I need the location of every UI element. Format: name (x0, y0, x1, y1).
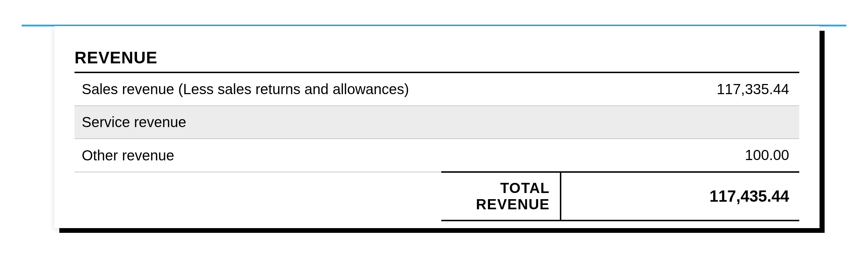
row-label: Service revenue (75, 106, 441, 139)
total-value: 117,435.44 (561, 172, 799, 221)
section-title: REVENUE (75, 48, 799, 67)
row-mid (441, 106, 561, 139)
row-mid (441, 73, 561, 106)
row-label: Sales revenue (Less sales returns and al… (75, 73, 441, 106)
table-row: Sales revenue (Less sales returns and al… (75, 73, 799, 106)
total-empty-cell (75, 172, 441, 221)
row-mid (441, 139, 561, 172)
row-value: 117,335.44 (561, 73, 799, 106)
total-label: TOTAL REVENUE (441, 172, 561, 221)
table-row: Other revenue 100.00 (75, 139, 799, 172)
revenue-panel: REVENUE Sales revenue (Less sales return… (54, 26, 820, 228)
row-value: 100.00 (561, 139, 799, 172)
total-row: TOTAL REVENUE 117,435.44 (75, 172, 799, 221)
row-label: Other revenue (75, 139, 441, 172)
revenue-table: Sales revenue (Less sales returns and al… (75, 73, 799, 221)
table-row: Service revenue (75, 106, 799, 139)
row-value (561, 106, 799, 139)
